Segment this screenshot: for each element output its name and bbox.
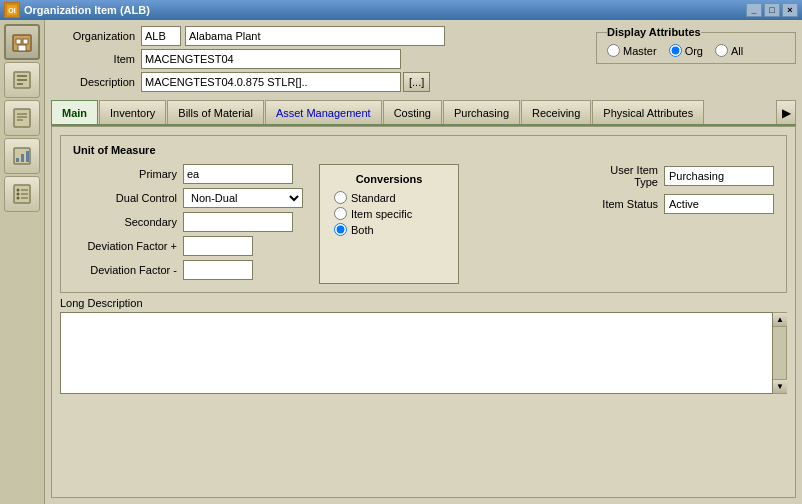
item-label: Item xyxy=(51,53,141,65)
long-desc-scrollbar: ▲ ▼ xyxy=(773,312,787,394)
sidebar xyxy=(0,20,45,504)
tab-content-main: Unit of Measure Primary Dual Control xyxy=(51,126,796,498)
user-item-type-label: User Item Type xyxy=(584,164,664,188)
uom-secondary-label: Secondary xyxy=(73,216,183,228)
long-desc-label: Long Description xyxy=(60,297,787,309)
svg-rect-15 xyxy=(16,158,19,162)
uom-dev-minus-row: Deviation Factor - xyxy=(73,260,303,280)
content-area: Organization Item Description [...] Disp… xyxy=(45,20,802,504)
maximize-button[interactable]: □ xyxy=(764,3,780,17)
conv-standard-row[interactable]: Standard xyxy=(334,191,444,204)
svg-rect-17 xyxy=(26,151,29,162)
sidebar-btn-list[interactable] xyxy=(4,62,40,98)
main-tab-content: Unit of Measure Primary Dual Control xyxy=(60,135,787,489)
desc-row: Description [...] xyxy=(51,72,586,92)
uom-secondary-row: Secondary xyxy=(73,212,303,232)
org-label: Organization xyxy=(51,30,141,42)
radio-master-label: Master xyxy=(623,45,657,57)
tab-inventory[interactable]: Inventory xyxy=(99,100,166,124)
sidebar-btn-chart[interactable] xyxy=(4,138,40,174)
uom-primary-row: Primary xyxy=(73,164,303,184)
uom-primary-label: Primary xyxy=(73,168,183,180)
svg-point-19 xyxy=(17,189,20,192)
svg-rect-3 xyxy=(16,39,21,44)
uom-dual-label: Dual Control xyxy=(73,192,183,204)
svg-rect-4 xyxy=(23,39,28,44)
tab-costing[interactable]: Costing xyxy=(383,100,442,124)
svg-rect-5 xyxy=(18,45,26,51)
item-status-label: Item Status xyxy=(584,198,664,210)
item-status-input[interactable] xyxy=(664,194,774,214)
uom-dev-minus-label: Deviation Factor - xyxy=(73,264,183,276)
title-bar: OI Organization Item (ALB) _ □ × xyxy=(0,0,802,20)
radio-all[interactable]: All xyxy=(715,44,743,57)
top-form: Organization Item Description [...] Disp… xyxy=(51,26,796,95)
minimize-button[interactable]: _ xyxy=(746,3,762,17)
tab-bills-of-material[interactable]: Bills of Material xyxy=(167,100,264,124)
uom-dev-plus-row: Deviation Factor + xyxy=(73,236,303,256)
conversions-box: Conversions Standard Item specific xyxy=(319,164,459,284)
conv-both-label: Both xyxy=(351,224,374,236)
long-desc-section: Long Description ▲ ▼ xyxy=(60,297,787,394)
conv-standard-label: Standard xyxy=(351,192,396,204)
uom-primary-input[interactable] xyxy=(183,164,293,184)
desc-input[interactable] xyxy=(141,72,401,92)
svg-rect-16 xyxy=(21,154,24,162)
uom-dev-minus-input[interactable] xyxy=(183,260,253,280)
desc-label: Description xyxy=(51,76,141,88)
tab-area: Main Inventory Bills of Material Asset M… xyxy=(51,100,796,498)
conv-item-specific-row[interactable]: Item specific xyxy=(334,207,444,220)
uom-dual-select[interactable]: Non-Dual Dual xyxy=(183,188,303,208)
app-icon: OI xyxy=(4,2,20,18)
long-desc-textarea[interactable] xyxy=(60,312,773,394)
tab-scroll-right[interactable]: ▶ xyxy=(776,100,796,124)
svg-text:OI: OI xyxy=(8,7,15,14)
svg-point-21 xyxy=(17,193,20,196)
uom-secondary-input[interactable] xyxy=(183,212,293,232)
dots-button[interactable]: [...] xyxy=(403,72,430,92)
radio-org-label: Org xyxy=(685,45,703,57)
user-item-type-input[interactable] xyxy=(664,166,774,186)
scrollbar-up-btn[interactable]: ▲ xyxy=(773,313,787,327)
org-row: Organization xyxy=(51,26,586,46)
radio-org[interactable]: Org xyxy=(669,44,703,57)
conv-both-row[interactable]: Both xyxy=(334,223,444,236)
uom-dev-plus-input[interactable] xyxy=(183,236,253,256)
uom-title: Unit of Measure xyxy=(73,144,774,156)
user-item-type-row: User Item Type xyxy=(584,164,774,188)
tabs-row: Main Inventory Bills of Material Asset M… xyxy=(51,100,796,126)
conv-item-specific-label: Item specific xyxy=(351,208,412,220)
svg-point-23 xyxy=(17,197,20,200)
uom-left-fields: Primary Dual Control Non-Dual Dual xyxy=(73,164,303,284)
item-row: Item xyxy=(51,49,586,69)
display-attrs-group: Display Attributes Master Org All xyxy=(596,26,796,64)
uom-dual-row: Dual Control Non-Dual Dual xyxy=(73,188,303,208)
right-fields: User Item Type Item Status xyxy=(584,164,774,284)
uom-content: Primary Dual Control Non-Dual Dual xyxy=(73,164,774,284)
tab-receiving[interactable]: Receiving xyxy=(521,100,591,124)
uom-dev-plus-label: Deviation Factor + xyxy=(73,240,183,252)
window-title: Organization Item (ALB) xyxy=(24,4,150,16)
tab-physical-attributes[interactable]: Physical Attributes xyxy=(592,100,704,124)
radio-all-label: All xyxy=(731,45,743,57)
org-name-input[interactable] xyxy=(185,26,445,46)
sidebar-btn-bookmark[interactable] xyxy=(4,100,40,136)
tab-purchasing[interactable]: Purchasing xyxy=(443,100,520,124)
item-input[interactable] xyxy=(141,49,401,69)
tab-asset-management[interactable]: Asset Management xyxy=(265,100,382,124)
radio-master[interactable]: Master xyxy=(607,44,657,57)
tab-main[interactable]: Main xyxy=(51,100,98,124)
form-fields: Organization Item Description [...] xyxy=(51,26,586,95)
conversions-title: Conversions xyxy=(334,173,444,185)
close-button[interactable]: × xyxy=(782,3,798,17)
sidebar-btn-home[interactable] xyxy=(4,24,40,60)
display-attrs-title: Display Attributes xyxy=(607,26,701,38)
scrollbar-down-btn[interactable]: ▼ xyxy=(773,379,787,393)
sidebar-btn-notes[interactable] xyxy=(4,176,40,212)
item-status-row: Item Status xyxy=(584,194,774,214)
window-controls: _ □ × xyxy=(746,3,798,17)
uom-section: Unit of Measure Primary Dual Control xyxy=(60,135,787,293)
org-code-input[interactable] xyxy=(141,26,181,46)
long-desc-area: ▲ ▼ xyxy=(60,312,787,394)
display-attrs-options: Master Org All xyxy=(607,44,785,57)
